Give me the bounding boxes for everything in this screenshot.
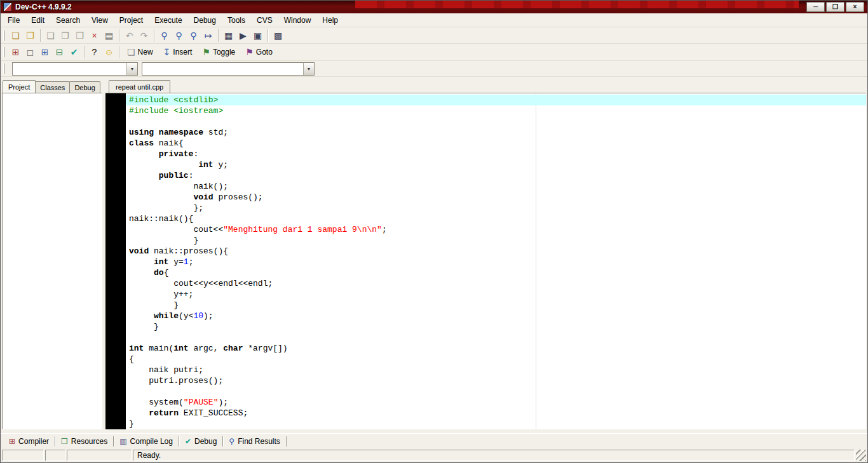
code-line: }; xyxy=(126,203,866,213)
toggle-button[interactable]: ⚑Toggle xyxy=(197,45,240,59)
compiler-tab[interactable]: ⊞Compiler xyxy=(4,437,53,446)
menu-item-cvs[interactable]: CVS xyxy=(251,14,278,27)
new-file-button[interactable]: ❏ xyxy=(43,29,58,43)
status-segment-3 xyxy=(67,450,132,461)
toolbar-gripper[interactable] xyxy=(3,47,5,57)
code-line: } xyxy=(126,419,866,429)
goto-button[interactable]: ⚑Goto xyxy=(240,45,278,59)
redo-button[interactable]: ↷ xyxy=(137,29,151,43)
code-line: system("PAUSE"); xyxy=(126,397,866,408)
help-button[interactable]: ? xyxy=(87,45,102,59)
check-syntax-button[interactable]: ✔ xyxy=(67,45,81,59)
goto-bookmark-icon: ⚑ xyxy=(245,48,254,57)
undo-button[interactable]: ↶ xyxy=(122,29,137,43)
replace-button[interactable]: ⚲ xyxy=(172,29,186,43)
goto-button-label: Goto xyxy=(256,48,273,57)
editor-tab-label: repeat until.cpp xyxy=(116,83,163,91)
project-options-button[interactable]: ⊞ xyxy=(37,45,52,59)
resources-icon: ❒ xyxy=(61,438,68,445)
menu-item-help[interactable]: Help xyxy=(316,14,344,27)
maximize-button[interactable]: ❐ xyxy=(826,2,844,12)
code-line: naik::naik(){ xyxy=(126,213,866,224)
bottom-tab-bar: ⊞Compiler❒Resources▥Compile Log✔Debug⚲Fi… xyxy=(1,433,867,448)
run-button[interactable]: ▶ xyxy=(236,29,250,43)
code-line: } xyxy=(126,300,866,311)
tab-row: ProjectClassesDebug repeat until.cpp xyxy=(1,77,867,93)
debug-tab[interactable]: ✔Debug xyxy=(180,437,221,446)
find-results-tab-label: Find Results xyxy=(238,437,280,446)
panel-tab-project[interactable]: Project xyxy=(3,80,36,93)
run-icon: ▶ xyxy=(240,31,247,40)
print-button[interactable]: ▤ xyxy=(102,29,116,43)
goto-line-button[interactable]: ↦ xyxy=(201,29,215,43)
editor-tab-repeat-until-cpp[interactable]: repeat until.cpp xyxy=(109,80,170,93)
open-button[interactable]: ❒ xyxy=(23,29,37,43)
close-file-button[interactable]: × xyxy=(87,29,102,43)
code-line: while(y<10); xyxy=(126,311,866,321)
code-line: return EXIT_SUCCESS; xyxy=(126,408,866,419)
code-line: public: xyxy=(126,170,866,181)
find-results-tab[interactable]: ⚲Find Results xyxy=(224,437,285,446)
code-line: #include <cstdlib> xyxy=(126,95,866,105)
member-combobox-value xyxy=(142,63,303,75)
compiler-tab-label: Compiler xyxy=(18,437,49,446)
new-source-button[interactable]: ❏ xyxy=(8,29,23,43)
close-button[interactable]: × xyxy=(846,2,864,12)
code-area[interactable]: #include <cstdlib>#include <iostream>usi… xyxy=(126,93,866,429)
menu-item-view[interactable]: View xyxy=(86,14,114,27)
toolbar-separator xyxy=(40,29,41,42)
open-project-button[interactable]: ◻ xyxy=(23,45,37,59)
toolbar-gripper[interactable] xyxy=(3,30,5,41)
code-line: class naik{ xyxy=(126,138,866,149)
toolbar-gripper[interactable] xyxy=(3,64,5,74)
new-project-icon: ⊞ xyxy=(12,48,20,57)
minimize-button[interactable]: ─ xyxy=(806,2,825,12)
save-all-button[interactable]: ❒ xyxy=(72,29,87,43)
code-line: naik(); xyxy=(126,181,866,192)
goto-line-icon: ↦ xyxy=(205,31,212,40)
chevron-down-icon[interactable]: ▼ xyxy=(126,63,137,75)
main-area: #include <cstdlib>#include <iostream>usi… xyxy=(1,93,867,429)
save-button[interactable]: ❐ xyxy=(58,29,72,43)
class-combobox[interactable]: ▼ xyxy=(12,62,138,76)
toolbar-separator xyxy=(119,46,119,58)
compile-log-tab[interactable]: ▥Compile Log xyxy=(115,437,177,446)
compile-button[interactable]: ▦ xyxy=(221,29,236,43)
panel-tab-classes[interactable]: Classes xyxy=(35,81,70,93)
new-project-button[interactable]: ⊞ xyxy=(8,45,23,59)
redo-icon: ↷ xyxy=(140,31,148,40)
status-segment-2 xyxy=(45,450,65,461)
compile-run-icon: ▣ xyxy=(254,31,262,40)
open-project-icon: ◻ xyxy=(27,48,34,57)
resources-tab[interactable]: ❒Resources xyxy=(57,437,112,446)
new-button[interactable]: ❏New xyxy=(122,45,158,59)
help-icon: ? xyxy=(92,48,97,57)
project-browser-panel[interactable] xyxy=(2,93,102,429)
menu-item-tools[interactable]: Tools xyxy=(222,14,251,27)
menu-item-debug[interactable]: Debug xyxy=(188,14,222,27)
member-combobox[interactable]: ▼ xyxy=(142,62,315,76)
menu-item-search[interactable]: Search xyxy=(50,14,86,27)
find-icon: ⚲ xyxy=(161,31,167,40)
menu-item-window[interactable]: Window xyxy=(278,14,317,27)
resize-grip[interactable] xyxy=(856,450,866,461)
editor: #include <cstdlib>#include <iostream>usi… xyxy=(105,93,866,429)
compile-run-button[interactable]: ▣ xyxy=(250,29,265,43)
panel-tab-debug[interactable]: Debug xyxy=(69,81,100,93)
insert-button[interactable]: ↧Insert xyxy=(158,45,198,59)
code-line: int main(int argc, char *argv[]) xyxy=(126,343,866,354)
rebuild-button[interactable]: ▩ xyxy=(271,29,285,43)
about-icon: ☺ xyxy=(104,48,113,57)
add-to-project-button[interactable]: ⊟ xyxy=(52,45,67,59)
find-button[interactable]: ⚲ xyxy=(157,29,172,43)
menu-item-edit[interactable]: Edit xyxy=(25,14,50,27)
editor-gutter[interactable] xyxy=(105,93,126,429)
close-icon: × xyxy=(853,4,857,10)
toolbar-specials: ⊞◻⊞⊟✔?☺❏New↧Insert⚑Toggle⚑Goto xyxy=(1,44,867,61)
menu-item-file[interactable]: File xyxy=(2,14,25,27)
find-in-files-button[interactable]: ⚲ xyxy=(186,29,201,43)
about-button[interactable]: ☺ xyxy=(102,45,116,59)
menu-item-execute[interactable]: Execute xyxy=(149,14,187,27)
chevron-down-icon[interactable]: ▼ xyxy=(303,63,314,75)
menu-item-project[interactable]: Project xyxy=(114,14,149,27)
